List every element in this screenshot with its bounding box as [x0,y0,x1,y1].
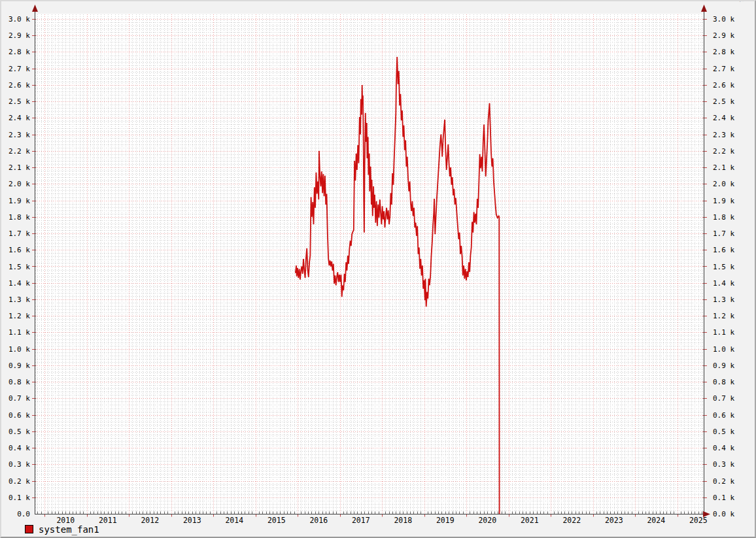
x-label-year: 2014 [225,516,243,525]
x-label-year: 2018 [394,516,412,525]
y-label-left: 1.8 k [9,213,30,222]
y-label-right: 2.8 k [713,48,734,56]
y-label-left: 1.7 k [9,229,30,238]
legend-label: system_fan1 [39,524,99,535]
y-label-left: 2.8 k [9,48,30,56]
y-label-left: 0.7 k [9,394,30,403]
y-label-right: 2.9 k [713,31,734,40]
y-label-left: 0.2 k [9,477,30,486]
x-label-year: 2015 [267,516,286,525]
y-label-left: 3.0 k [9,15,30,24]
y-label-right: 2.0 k [713,180,734,188]
x-label-year: 2019 [436,516,455,525]
y-label-right: 0.0 k [713,510,734,518]
y-label-right: 2.5 k [713,97,734,106]
x-label-year: 2016 [309,516,328,525]
y-label-right: 0.8 k [713,378,734,386]
x-label-year: 2023 [605,516,623,525]
rrdtool-watermark: RRDTOOL / TOBI OETIKER [738,0,745,7]
y-label-left: 0.5 k [9,428,30,436]
y-label-left: 2.5 k [9,97,30,106]
y-label-left: 2.9 k [9,31,30,40]
y-label-left: 2.4 k [9,114,30,122]
y-label-left: 0.4 k [9,444,30,452]
y-label-left: 1.6 k [9,246,30,254]
y-label-right: 0.1 k [713,494,734,502]
y-label-right: 1.6 k [713,246,734,254]
y-label-left: 2.2 k [9,147,30,156]
y-label-left: 1.3 k [9,295,30,304]
x-label-year: 2012 [141,516,159,525]
y-label-left: 2.7 k [9,65,30,73]
y-label-right: 1.7 k [713,229,734,238]
y-label-left: 1.2 k [9,312,30,320]
y-label-right: 1.8 k [713,213,734,222]
y-label-right: 2.3 k [713,131,734,139]
y-label-right: 1.4 k [713,279,734,288]
y-label-left: 2.1 k [9,163,30,172]
x-label-year: 2021 [521,516,539,525]
legend-color-swatch [25,525,33,533]
y-label-right: 1.5 k [713,263,734,271]
x-label-year: 2025 [689,516,708,525]
y-label-right: 1.0 k [713,345,734,354]
legend: system_fan1 [25,524,99,535]
y-label-right: 0.5 k [713,428,734,436]
x-axis-labels: 2010201120122013201420152016201720182019… [56,516,707,525]
y-label-right: 2.1 k [713,163,734,172]
x-label-year: 2013 [183,516,201,525]
y-label-left: 0.1 k [9,494,30,502]
x-label-year: 2022 [562,516,581,525]
y-label-left: 1.4 k [9,279,30,288]
y-label-right: 2.2 k [713,147,734,156]
y-label-left: 0.8 k [9,378,30,386]
y-label-left: 2.6 k [9,81,30,90]
y-label-right: 1.1 k [713,328,734,337]
y-label-right: 1.9 k [713,197,734,205]
y-label-right: 2.6 k [713,81,734,90]
y-label-right: 1.2 k [713,312,734,320]
y-label-left: 1.5 k [9,263,30,271]
y-label-left: 0.0 [17,510,30,518]
x-label-year: 2017 [352,516,370,525]
y-label-right: 0.9 k [713,361,734,370]
y-label-left: 2.3 k [9,131,30,139]
y-label-left: 0.3 k [9,460,30,469]
y-label-right: 2.4 k [713,114,734,122]
y-label-left: 1.9 k [9,197,30,205]
y-label-left: 1.0 k [9,345,30,354]
x-label-year: 2024 [647,516,665,525]
y-label-right: 0.4 k [713,444,734,452]
y-label-left: 0.9 k [9,361,30,370]
y-label-right: 0.3 k [713,460,734,469]
y-label-left: 1.1 k [9,328,30,337]
x-label-year: 2011 [99,516,117,525]
y-label-left: 2.0 k [9,180,30,188]
y-label-right: 3.0 k [713,15,734,24]
y-label-right: 2.7 k [713,65,734,73]
y-label-left: 0.6 k [9,411,30,420]
y-label-right: 1.3 k [713,295,734,304]
fan-speed-chart: 3.0 k2.9 k2.8 k2.7 k2.6 k2.5 k2.4 k2.3 k… [1,1,756,538]
y-label-right: 0.7 k [713,394,734,403]
y-label-right: 0.2 k [713,477,734,486]
x-label-year: 2020 [478,516,496,525]
rrdtool-graph: 3.0 k2.9 k2.8 k2.7 k2.6 k2.5 k2.4 k2.3 k… [0,0,756,538]
y-label-right: 0.6 k [713,411,734,420]
